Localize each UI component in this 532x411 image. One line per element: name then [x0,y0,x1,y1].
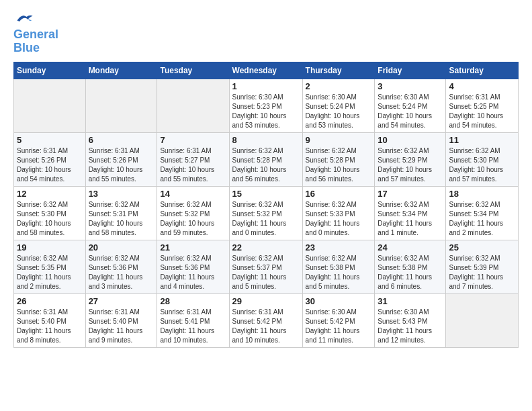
day-number: 24 [378,242,443,253]
day-number: 30 [306,296,372,306]
day-info: Sunrise: 6:32 AM Sunset: 5:34 PM Dayligh… [378,200,443,238]
calendar-cell: 29Sunrise: 6:31 AM Sunset: 5:42 PM Dayli… [229,293,302,347]
day-info: Sunrise: 6:32 AM Sunset: 5:28 PM Dayligh… [232,146,300,184]
logo: General Blue [13,11,58,55]
calendar-cell [14,79,86,132]
calendar-cell: 9Sunrise: 6:32 AM Sunset: 5:28 PM Daylig… [302,132,375,186]
calendar-cell: 19Sunrise: 6:32 AM Sunset: 5:35 PM Dayli… [14,240,86,293]
day-info: Sunrise: 6:32 AM Sunset: 5:30 PM Dayligh… [449,146,515,184]
day-info: Sunrise: 6:30 AM Sunset: 5:24 PM Dayligh… [306,93,372,130]
day-info: Sunrise: 6:32 AM Sunset: 5:35 PM Dayligh… [17,254,83,291]
day-number: 3 [378,81,443,91]
calendar-cell: 24Sunrise: 6:32 AM Sunset: 5:38 PM Dayli… [375,240,446,293]
day-info: Sunrise: 6:32 AM Sunset: 5:34 PM Dayligh… [449,200,515,238]
calendar-week-row: 1Sunrise: 6:30 AM Sunset: 5:23 PM Daylig… [14,79,519,132]
day-number: 6 [89,135,154,145]
calendar-cell: 23Sunrise: 6:32 AM Sunset: 5:38 PM Dayli… [302,240,375,293]
day-number: 13 [89,189,154,199]
day-info: Sunrise: 6:31 AM Sunset: 5:25 PM Dayligh… [449,93,515,130]
calendar-cell: 30Sunrise: 6:30 AM Sunset: 5:42 PM Dayli… [302,293,375,347]
calendar-cell: 15Sunrise: 6:32 AM Sunset: 5:32 PM Dayli… [229,186,302,240]
day-number: 17 [378,189,443,199]
calendar-cell: 6Sunrise: 6:31 AM Sunset: 5:26 PM Daylig… [85,132,157,186]
day-number: 16 [306,189,372,199]
day-info: Sunrise: 6:32 AM Sunset: 5:39 PM Dayligh… [449,254,515,291]
day-number: 27 [89,296,154,306]
day-number: 11 [449,135,515,145]
logo-text: General Blue [13,28,58,55]
day-number: 10 [378,135,443,145]
day-number: 26 [17,296,83,306]
day-info: Sunrise: 6:30 AM Sunset: 5:24 PM Dayligh… [378,93,443,130]
day-info: Sunrise: 6:30 AM Sunset: 5:23 PM Dayligh… [232,93,300,130]
day-info: Sunrise: 6:32 AM Sunset: 5:37 PM Dayligh… [232,254,300,291]
day-number: 12 [17,189,83,199]
day-info: Sunrise: 6:31 AM Sunset: 5:42 PM Dayligh… [232,308,300,345]
calendar-week-row: 5Sunrise: 6:31 AM Sunset: 5:26 PM Daylig… [14,132,519,186]
calendar-week-row: 19Sunrise: 6:32 AM Sunset: 5:35 PM Dayli… [14,240,519,293]
day-info: Sunrise: 6:32 AM Sunset: 5:36 PM Dayligh… [160,254,226,291]
day-number: 4 [449,81,515,91]
day-number: 22 [232,242,300,253]
calendar-cell: 1Sunrise: 6:30 AM Sunset: 5:23 PM Daylig… [229,79,302,132]
day-info: Sunrise: 6:31 AM Sunset: 5:40 PM Dayligh… [89,308,154,345]
calendar-cell: 5Sunrise: 6:31 AM Sunset: 5:26 PM Daylig… [14,132,86,186]
calendar-header-row: SundayMondayTuesdayWednesdayThursdayFrid… [14,62,519,79]
calendar-cell: 27Sunrise: 6:31 AM Sunset: 5:40 PM Dayli… [85,293,157,347]
day-info: Sunrise: 6:32 AM Sunset: 5:33 PM Dayligh… [306,200,372,238]
day-number: 8 [232,135,300,145]
day-number: 25 [449,242,515,253]
day-number: 29 [232,296,300,306]
day-info: Sunrise: 6:31 AM Sunset: 5:26 PM Dayligh… [89,146,154,184]
calendar-cell [446,293,519,347]
calendar-week-row: 26Sunrise: 6:31 AM Sunset: 5:40 PM Dayli… [14,293,519,347]
calendar-cell: 22Sunrise: 6:32 AM Sunset: 5:37 PM Dayli… [229,240,302,293]
calendar-week-row: 12Sunrise: 6:32 AM Sunset: 5:30 PM Dayli… [14,186,519,240]
day-info: Sunrise: 6:30 AM Sunset: 5:43 PM Dayligh… [378,308,443,345]
calendar-cell: 20Sunrise: 6:32 AM Sunset: 5:36 PM Dayli… [85,240,157,293]
calendar-cell: 18Sunrise: 6:32 AM Sunset: 5:34 PM Dayli… [446,186,519,240]
day-of-week-friday: Friday [375,62,446,79]
day-info: Sunrise: 6:32 AM Sunset: 5:31 PM Dayligh… [89,200,154,238]
day-number: 23 [306,242,372,253]
day-of-week-wednesday: Wednesday [229,62,302,79]
day-info: Sunrise: 6:32 AM Sunset: 5:30 PM Dayligh… [17,200,83,238]
calendar-cell: 31Sunrise: 6:30 AM Sunset: 5:43 PM Dayli… [375,293,446,347]
calendar-cell: 11Sunrise: 6:32 AM Sunset: 5:30 PM Dayli… [446,132,519,186]
day-info: Sunrise: 6:31 AM Sunset: 5:40 PM Dayligh… [17,308,83,345]
calendar-cell [157,79,229,132]
calendar-cell [85,79,157,132]
day-info: Sunrise: 6:31 AM Sunset: 5:41 PM Dayligh… [160,308,226,345]
day-info: Sunrise: 6:31 AM Sunset: 5:26 PM Dayligh… [17,146,83,184]
calendar-cell: 12Sunrise: 6:32 AM Sunset: 5:30 PM Dayli… [14,186,86,240]
day-number: 15 [232,189,300,199]
day-number: 21 [160,242,226,253]
day-number: 2 [306,81,372,91]
day-of-week-thursday: Thursday [302,62,375,79]
day-info: Sunrise: 6:31 AM Sunset: 5:27 PM Dayligh… [160,146,226,184]
calendar-cell: 10Sunrise: 6:32 AM Sunset: 5:29 PM Dayli… [375,132,446,186]
calendar-cell: 26Sunrise: 6:31 AM Sunset: 5:40 PM Dayli… [14,293,86,347]
day-number: 28 [160,296,226,306]
day-number: 19 [17,242,83,253]
page: General Blue SundayMondayTuesdayWednesda… [0,0,532,355]
day-number: 20 [89,242,154,253]
day-info: Sunrise: 6:30 AM Sunset: 5:42 PM Dayligh… [306,308,372,345]
calendar-cell: 4Sunrise: 6:31 AM Sunset: 5:25 PM Daylig… [446,79,519,132]
day-of-week-sunday: Sunday [14,62,86,79]
calendar-cell: 3Sunrise: 6:30 AM Sunset: 5:24 PM Daylig… [375,79,446,132]
day-number: 31 [378,296,443,306]
day-info: Sunrise: 6:32 AM Sunset: 5:32 PM Dayligh… [232,200,300,238]
calendar-table: SundayMondayTuesdayWednesdayThursdayFrid… [13,62,519,348]
day-number: 1 [232,81,300,91]
header: General Blue [13,11,519,55]
day-number: 5 [17,135,83,145]
day-number: 7 [160,135,226,145]
day-info: Sunrise: 6:32 AM Sunset: 5:38 PM Dayligh… [306,254,372,291]
calendar-cell: 7Sunrise: 6:31 AM Sunset: 5:27 PM Daylig… [157,132,229,186]
day-number: 9 [306,135,372,145]
logo-bird-icon [15,11,34,26]
calendar-cell: 17Sunrise: 6:32 AM Sunset: 5:34 PM Dayli… [375,186,446,240]
day-number: 14 [160,189,226,199]
day-number: 18 [449,189,515,199]
